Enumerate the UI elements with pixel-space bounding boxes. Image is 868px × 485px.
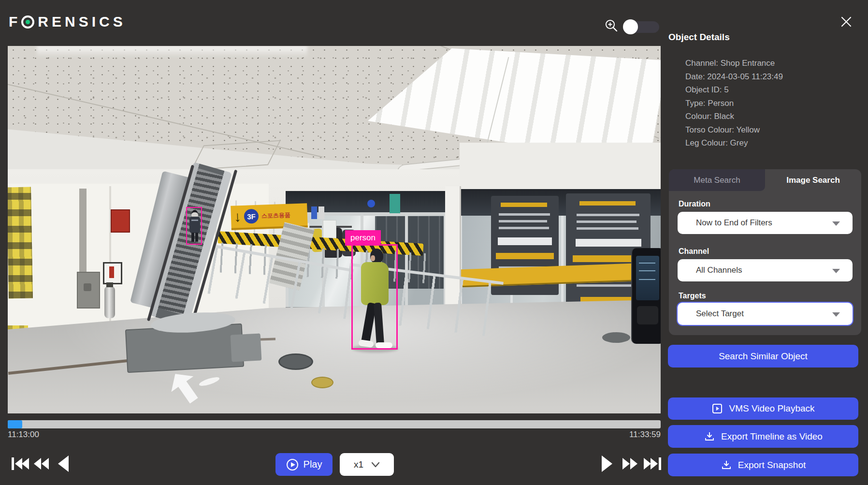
exit-sign [390, 194, 400, 213]
floor-mat [231, 333, 262, 362]
object-details-list: Channel: Shop Entrance Date: 2024-03-05 … [685, 57, 783, 150]
play-button[interactable]: Play [275, 453, 333, 476]
search-similar-button[interactable]: Search Similar Object [668, 345, 858, 367]
detection-box-secondary[interactable] [186, 207, 202, 245]
fire-alarm-box [77, 272, 100, 309]
zoom-in-icon[interactable] [604, 18, 619, 34]
duration-label: Duration [679, 200, 710, 208]
channel-label: Channel [679, 247, 709, 256]
down-arrow-icon: ↓ [233, 209, 241, 224]
step-forward-button[interactable] [601, 454, 613, 475]
rewind-icon [33, 456, 51, 472]
play-circle-icon [286, 458, 299, 471]
detail-row: Date: 2024-03-05 11:23:49 [685, 70, 783, 84]
magnifier-plus-icon [604, 18, 619, 33]
export-snapshot-label: Export Snapshot [738, 460, 806, 470]
channel-value: All Channels [696, 265, 742, 275]
timeline-progress [8, 420, 22, 428]
logo-lens-dot [26, 20, 30, 24]
detail-row: Colour: Black [685, 110, 783, 123]
tab-meta-search[interactable]: Meta Search [669, 169, 765, 191]
toggle-knob [623, 19, 638, 34]
targets-label: Targets [679, 292, 706, 300]
forensics-app: F RENSICS [0, 0, 868, 485]
step-backward-button[interactable] [57, 454, 70, 475]
timeline-end-time: 11:33:59 [588, 430, 661, 440]
fire-extinguisher [104, 286, 115, 318]
sign-korean-text: 스포츠용품 [261, 211, 291, 220]
floor-sticker [311, 377, 333, 388]
targets-dropdown[interactable]: Select Target [678, 303, 853, 325]
fast-forward-button[interactable] [620, 456, 638, 473]
wall-poster [8, 187, 33, 299]
fast-forward-icon [620, 456, 638, 472]
video-frame[interactable]: ↓ 3F 스포츠용품 [8, 46, 661, 413]
round-sign [367, 200, 375, 207]
logo-text-right: RENSICS [38, 14, 126, 30]
overlay-toggle[interactable] [623, 21, 659, 33]
wall-conduit [79, 189, 87, 276]
download-icon [721, 459, 732, 471]
video-play-icon [711, 403, 723, 414]
skip-start-icon [11, 456, 31, 472]
close-icon[interactable] [838, 14, 855, 31]
detection-label: person [345, 230, 381, 246]
detail-row: Channel: Shop Entrance [685, 57, 783, 70]
detail-row: Object ID: 5 [685, 83, 783, 97]
logo-lens-icon [21, 15, 34, 29]
duration-dropdown[interactable]: Now to End of Filters [678, 212, 853, 234]
detail-row: Leg Colour: Grey [685, 136, 783, 150]
channel-dropdown[interactable]: All Channels [678, 259, 853, 281]
caret-down-icon [832, 312, 840, 317]
play-label: Play [304, 459, 322, 470]
mini-sign [318, 206, 324, 219]
object-details-title: Object Details [668, 32, 730, 43]
duration-value: Now to End of Filters [696, 218, 772, 227]
info-kiosk [631, 248, 661, 344]
skip-to-end-button[interactable] [642, 456, 662, 473]
speed-dropdown[interactable]: x1 [340, 453, 394, 476]
export-timeline-button[interactable]: Export Timeline as Video [668, 425, 858, 448]
floor-sticker [602, 332, 630, 343]
detail-row: Torso Colour: Yellow [685, 123, 783, 137]
ceiling-light-glow [37, 46, 307, 58]
app-logo: F RENSICS [9, 14, 126, 30]
timeline-start-time: 11:13:00 [8, 430, 39, 440]
search-similar-label: Search Similar Object [719, 351, 808, 362]
detection-box-person[interactable] [351, 244, 398, 350]
vms-playback-button[interactable]: VMS Video Playback [668, 397, 858, 420]
mini-sign [311, 206, 317, 219]
step-back-icon [57, 454, 70, 473]
speed-value: x1 [354, 459, 363, 470]
export-timeline-label: Export Timeline as Video [721, 431, 823, 442]
rewind-button[interactable] [33, 456, 51, 473]
door-notice [323, 220, 336, 238]
tab-image-search[interactable]: Image Search [765, 169, 861, 191]
fire-sign [111, 209, 130, 233]
skip-to-start-button[interactable] [11, 456, 31, 473]
floor-badge: 3F [244, 209, 259, 224]
logo-text-left: F [9, 14, 21, 30]
caret-down-icon [832, 269, 840, 273]
detail-row: Type: Person [685, 97, 783, 110]
x-glyph [839, 15, 854, 29]
step-forward-icon [601, 454, 613, 473]
chevron-down-icon [371, 462, 380, 468]
storefront-soffit [460, 143, 661, 190]
extinguisher-sign [103, 262, 122, 284]
timeline-track[interactable] [8, 420, 661, 428]
caret-down-icon [832, 221, 840, 226]
targets-value: Select Target [696, 309, 744, 318]
skip-end-icon [642, 456, 662, 472]
export-snapshot-button[interactable]: Export Snapshot [668, 454, 858, 476]
download-icon [704, 431, 715, 442]
vms-playback-label: VMS Video Playback [729, 403, 814, 414]
search-panel: Meta Search Image Search Duration Now to… [669, 169, 861, 335]
floor-sticker [278, 353, 313, 370]
